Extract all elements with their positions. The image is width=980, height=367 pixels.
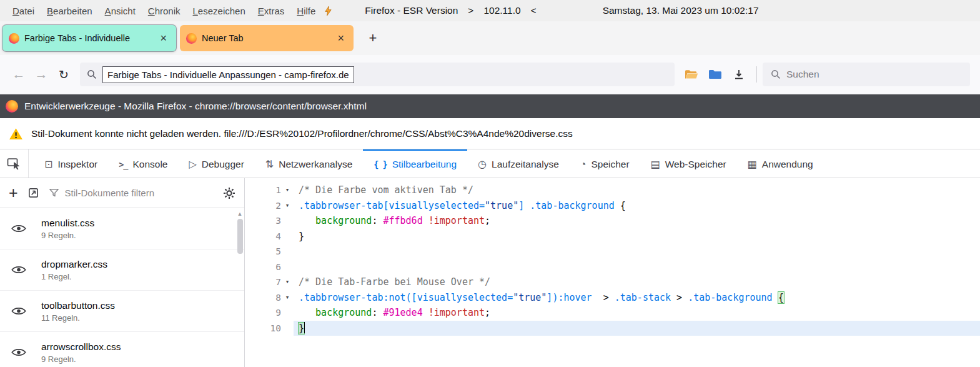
token-plain: :	[372, 307, 383, 318]
visibility-eye-icon[interactable]	[11, 265, 26, 274]
code-line-6[interactable]: 6	[245, 259, 980, 275]
folder-open-icon	[685, 69, 698, 80]
filter-funnel-icon	[49, 188, 59, 198]
browser-tab-farbige-tabs[interactable]: Farbige Tabs - Individuelle ×	[2, 25, 176, 51]
back-button[interactable]: ←	[7, 63, 30, 86]
token-bracket: {	[778, 292, 784, 303]
code-line-8[interactable]: 8▾.tabbrowser-tab:not([visuallyselected=…	[245, 290, 980, 306]
devtools-tab-stilbearbeitung[interactable]: { } Stilbearbeitung	[363, 149, 467, 178]
scrollbar-thumb[interactable]	[237, 219, 243, 254]
code-text[interactable]: }	[294, 321, 980, 336]
menu-ansicht[interactable]: Ansicht	[99, 6, 142, 16]
menu-extras[interactable]: Extras	[252, 6, 291, 16]
tab-label: Konsole	[132, 159, 167, 170]
pick-element-button[interactable]	[0, 149, 29, 178]
open-folder-button[interactable]	[680, 63, 703, 86]
folder-button[interactable]	[703, 63, 727, 86]
menu-lesezeichen[interactable]: Lesezeichen	[187, 6, 252, 16]
url-bar[interactable]: Farbige Tabs - Individuelle Anpassungen …	[80, 63, 675, 86]
code-text[interactable]: .tabbrowser-tab:not([visuallyselected="t…	[294, 290, 980, 306]
stylesheet-toolbar: + Stil-Dokumente filtern	[0, 178, 244, 208]
caption-version: 102.11.0	[483, 5, 520, 16]
new-tab-button[interactable]: +	[362, 28, 384, 49]
fold-arrow-icon[interactable]: ▾	[281, 290, 294, 306]
tab-close-icon[interactable]: ×	[334, 32, 347, 44]
debugger-icon: ▷	[189, 158, 196, 170]
code-line-10[interactable]: 10}	[245, 321, 980, 336]
search-bar[interactable]: Suchen	[763, 63, 970, 86]
menu-list: Datei Bearbeiten Ansicht Chronik Lesezei…	[6, 6, 322, 16]
visibility-eye-icon[interactable]	[11, 306, 26, 316]
text-caret	[304, 322, 305, 333]
code-text[interactable]: }	[294, 229, 980, 244]
stylesheet-item-dropmarker[interactable]: dropmarker.css 1 Regel.	[0, 249, 244, 291]
settings-gear-button[interactable]	[223, 187, 235, 199]
menu-chronik[interactable]: Chronik	[142, 6, 187, 16]
code-text[interactable]: /* Die Farbe vom aktiven Tab */	[294, 183, 980, 198]
devtools-tab-speicher[interactable]: ◔ Speicher	[570, 149, 640, 178]
gear-icon	[223, 187, 235, 199]
fold-arrow-icon[interactable]: ▾	[281, 183, 294, 198]
fold-arrow-icon[interactable]: ▾	[281, 198, 294, 214]
code-line-3[interactable]: 3 background: #ffbd6d !important;	[245, 213, 980, 229]
code-line-9[interactable]: 9 background: #91ede4 !important;	[245, 305, 980, 321]
code-text[interactable]	[294, 259, 980, 275]
visibility-eye-icon[interactable]	[11, 348, 26, 357]
caption-app: Firefox - ESR Version	[365, 5, 458, 16]
code-line-2[interactable]: 2▾.tabbrowser-tab[visuallyselected="true…	[245, 198, 980, 214]
devtools-tab-laufzeitanalyse[interactable]: ◷ Laufzeitanalyse	[467, 149, 570, 178]
code-text[interactable]	[294, 244, 980, 259]
devtools-tab-inspektor[interactable]: ⊡ Inspektor	[34, 149, 108, 178]
devtools-tab-anwendung[interactable]: ▦ Anwendung	[737, 149, 824, 178]
code-line-7[interactable]: 7▾/* Die Tab-Farbe bei Mouse Over */	[245, 274, 980, 290]
devtools-tab-web-speicher[interactable]: ▤ Web-Speicher	[640, 149, 737, 178]
gutter: 1▾	[245, 183, 294, 198]
code-line-5[interactable]: 5	[245, 244, 980, 259]
line-number: 8	[275, 290, 281, 306]
devtools-tab-debugger[interactable]: ▷ Debugger	[178, 149, 254, 178]
devtools-tab-netzwerkanalyse[interactable]: ⇅ Netzwerkanalyse	[255, 149, 363, 178]
menu-bearbeiten[interactable]: Bearbeiten	[41, 6, 99, 16]
token-val: #91ede4	[383, 307, 422, 318]
code-line-1[interactable]: 1▾/* Die Farbe vom aktiven Tab */	[245, 183, 980, 198]
window-caption: Firefox - ESR Version > 102.11.0 <	[365, 5, 536, 16]
console-icon: >_	[119, 159, 127, 169]
stylesheet-item-arrowscrollbox[interactable]: arrowscrollbox.css 9 Regeln.	[0, 332, 244, 367]
visibility-eye-icon[interactable]	[11, 224, 26, 233]
scrollbar-up-icon[interactable]: ▲	[236, 209, 244, 218]
browser-tab-neuer-tab[interactable]: Neuer Tab ×	[180, 25, 354, 51]
code-text[interactable]: /* Die Tab-Farbe bei Mouse Over */	[294, 274, 980, 290]
tab-close-icon[interactable]: ×	[157, 32, 170, 44]
editor-lines: 1▾/* Die Farbe vom aktiven Tab */2▾.tabb…	[245, 183, 980, 336]
token-sel: .tab-background	[688, 292, 772, 303]
fold-arrow-icon[interactable]: ▾	[281, 274, 294, 290]
download-button[interactable]	[727, 63, 751, 86]
code-text[interactable]: background: #ffbd6d !important;	[294, 213, 980, 229]
stylesheet-item-menulist[interactable]: menulist.css 9 Regeln.	[0, 208, 244, 249]
stylesheet-item-toolbarbutton[interactable]: toolbarbutton.css 11 Regeln.	[0, 291, 244, 332]
token-val: #ffbd6d	[383, 215, 422, 226]
sidebar-scrollbar[interactable]: ▲	[236, 209, 244, 366]
forward-button[interactable]: →	[30, 63, 52, 86]
devtools-window-titlebar: Entwicklerwerkzeuge - Mozilla Firefox - …	[0, 94, 980, 118]
menu-hilfe[interactable]: Hilfe	[290, 6, 322, 16]
css-source-editor[interactable]: 1▾/* Die Farbe vom aktiven Tab */2▾.tabb…	[245, 178, 980, 367]
url-text[interactable]: Farbige Tabs - Individuelle Anpassungen …	[102, 66, 354, 83]
code-text[interactable]: .tabbrowser-tab[visuallyselected="true"]…	[294, 198, 980, 214]
reload-button[interactable]: ↻	[52, 63, 75, 86]
gutter: 5	[245, 244, 294, 259]
line-number: 6	[275, 259, 281, 275]
import-stylesheet-button[interactable]	[27, 187, 39, 199]
tab-label: Laufzeitanalyse	[492, 159, 559, 170]
toolbar-separator	[756, 66, 757, 83]
code-line-4[interactable]: 4}	[245, 229, 980, 244]
new-stylesheet-button[interactable]: +	[9, 185, 18, 201]
notification-bolt-icon[interactable]	[324, 6, 332, 16]
filter-stylesheets-input[interactable]: Stil-Dokumente filtern	[49, 188, 214, 198]
token-plain: ;	[485, 307, 490, 318]
menu-datei[interactable]: Datei	[6, 6, 41, 16]
devtools-tab-konsole[interactable]: >_ Konsole	[108, 149, 178, 178]
code-text[interactable]: background: #91ede4 !important;	[294, 305, 980, 321]
stylesheet-name: dropmarker.css	[41, 259, 107, 270]
gutter: 10	[245, 321, 294, 336]
